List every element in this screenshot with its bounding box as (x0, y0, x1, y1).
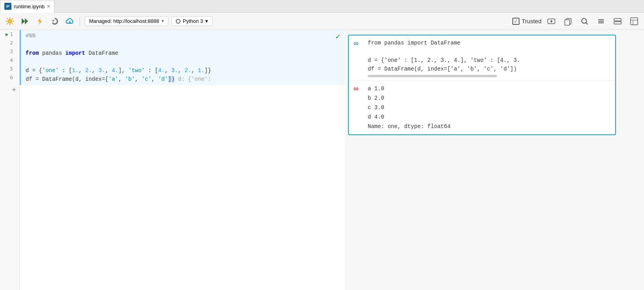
python-dropdown-arrow: ▾ (205, 18, 208, 24)
popup-code-line-3: d = {'one' : [1., 2., 3., 4.], 'two' : [… (368, 56, 520, 65)
svg-rect-25 (614, 19, 621, 21)
copy-icon (564, 17, 572, 26)
svg-point-0 (8, 19, 12, 23)
code-line-1: #%% (26, 32, 340, 40)
svg-marker-9 (22, 18, 25, 24)
output-line-name: Name: one, dtype: float64 (368, 122, 450, 131)
cloud-button[interactable] (63, 15, 76, 27)
copy-button[interactable] (561, 15, 575, 27)
svg-line-8 (7, 23, 8, 24)
comma2: , (92, 67, 99, 74)
num-7: 2. (184, 67, 191, 74)
python-label: Python 3 (183, 18, 203, 24)
idx-a: 'a' (108, 76, 118, 82)
line-numbers: ▶ 1 2 3 4 5 6 + (0, 30, 20, 290)
variable-inspector-icon (630, 17, 638, 26)
num-1: 1. (72, 67, 79, 74)
num-5: 4. (158, 67, 165, 74)
svg-marker-10 (25, 18, 28, 24)
insert-cell-icon (547, 17, 556, 26)
tab-bar: IP runtime.ipynb × (0, 0, 644, 13)
trusted-button[interactable]: Trusted (512, 18, 542, 25)
line-3: 3 (10, 47, 13, 56)
comma7: , (118, 76, 125, 82)
cell-container: ✓ #%% from pandas import DataFrame d (20, 30, 345, 290)
menu-icon (597, 17, 605, 26)
svg-rect-26 (614, 22, 621, 24)
add-cell-area[interactable]: + (0, 82, 16, 93)
infinity-icon-1: ∞ (354, 39, 363, 48)
svg-marker-11 (38, 18, 42, 25)
dict-sep1: : [ (59, 67, 72, 74)
comma4: , (165, 67, 171, 74)
cell-mode-button[interactable] (611, 15, 624, 27)
svg-line-5 (7, 18, 8, 19)
svg-line-21 (586, 22, 588, 24)
inline-comment: d: {'one': (175, 76, 211, 82)
popup-row-2: ∞ a 1.0 b 2.0 c 3.0 d 4.0 Name: one, dty… (349, 81, 615, 134)
key-two: 'two' (128, 67, 145, 74)
svg-line-7 (12, 18, 13, 19)
kernel-dropdown-arrow: ▾ (162, 19, 164, 24)
add-cell-icon[interactable]: + (12, 85, 16, 93)
svg-rect-27 (631, 18, 638, 25)
menu-button[interactable] (594, 15, 608, 27)
code-area: ▶ 1 2 3 4 5 6 + ✓ #%% (0, 30, 345, 290)
trusted-label: Trusted (522, 18, 542, 24)
notebook-panel: ▶ 1 2 3 4 5 6 + ✓ #%% (0, 30, 345, 290)
run-cell-button[interactable]: ▶ (6, 30, 8, 39)
infinity-icon-2: ∞ (354, 85, 363, 93)
comma8: , (135, 76, 141, 82)
svg-rect-19 (565, 20, 570, 25)
num-4: 4. (112, 67, 119, 74)
tab-label: runtime.ipynb (14, 4, 45, 9)
variable-inspector-button[interactable] (627, 15, 641, 27)
cell-mode-icon (613, 17, 622, 26)
insert-cell-button[interactable] (545, 15, 558, 27)
df-assign: df = DataFrame(d, index=[ (26, 76, 108, 82)
python-dropdown[interactable]: Python 3 ▾ (171, 16, 212, 26)
popup-row-1: ∞ from pandas import DataFrame d = {'one… (349, 35, 615, 81)
comma6: , (191, 67, 198, 74)
svg-point-20 (582, 19, 586, 23)
kernel-dropdown[interactable]: Managed: http://localhost:8888 ▾ (85, 16, 168, 26)
popup-code-line-2 (368, 47, 520, 56)
main-content: ▶ 1 2 3 4 5 6 + ✓ #%% (0, 30, 644, 290)
code-line-4 (26, 58, 340, 66)
interrupt-button[interactable] (33, 15, 47, 27)
python-status-icon (176, 19, 181, 24)
refresh-icon (50, 17, 59, 26)
line-num-1: ▶ 1 (0, 30, 16, 39)
line-1: 1 (10, 30, 13, 39)
num-6: 3. (171, 67, 178, 74)
trusted-checkbox (512, 18, 519, 25)
code-line-2 (26, 40, 340, 49)
run-all-icon (20, 17, 29, 26)
closing-bracket-hl: ]) (168, 76, 175, 82)
comma1: , (78, 67, 85, 74)
horizontal-scrollbar[interactable] (368, 75, 497, 77)
close-bracket1: ], (118, 67, 128, 74)
notebook-tab[interactable]: IP runtime.ipynb × (0, 0, 54, 13)
popup-code-block: from pandas import DataFrame d = {'one' … (368, 39, 520, 77)
output-line-b: b 2.0 (368, 93, 450, 103)
find-button[interactable] (578, 15, 591, 27)
line-2: 2 (10, 39, 13, 47)
shebang: #%% (26, 33, 35, 39)
popup-code-line-4: df = DataFrame(d, index=['a', 'b', 'c', … (368, 65, 520, 73)
num-2: 2. (85, 67, 92, 74)
line-num-3: 3 (0, 47, 16, 56)
line-5: 5 (10, 65, 13, 73)
code-cell[interactable]: ✓ #%% from pandas import DataFrame d (20, 30, 345, 85)
kernel-icon-button[interactable] (3, 15, 17, 27)
code-block[interactable]: #%% from pandas import DataFrame d = {'o… (21, 30, 345, 85)
tab-close-button[interactable]: × (47, 3, 50, 9)
svg-line-6 (12, 23, 13, 24)
restart-button[interactable] (48, 15, 61, 27)
line-4: 4 (10, 56, 13, 65)
comma5: , (178, 67, 185, 74)
variable-inspector-popup: ∞ from pandas import DataFrame d = {'one… (348, 35, 616, 135)
output-line-d: d 4.0 (368, 112, 450, 122)
line-num-6: 6 (0, 73, 16, 82)
run-all-button[interactable] (18, 15, 32, 27)
